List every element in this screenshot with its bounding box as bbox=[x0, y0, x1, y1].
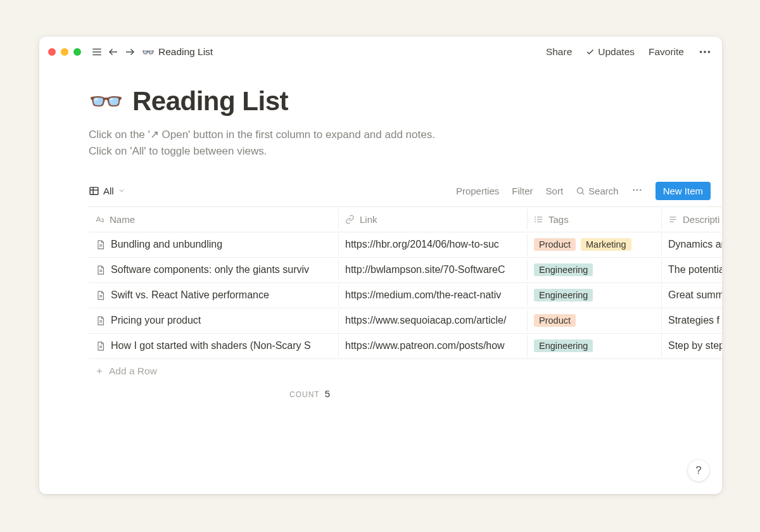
cell-description[interactable]: Great summ bbox=[662, 284, 722, 306]
minimize-window-button[interactable] bbox=[61, 48, 68, 56]
help-button[interactable]: ? bbox=[688, 460, 709, 481]
app-window: 👓 Reading List Share Updates Favorite 👓 … bbox=[39, 37, 722, 494]
cell-tags[interactable]: ProductMarketing bbox=[528, 233, 662, 256]
cell-link[interactable]: https://medium.com/the-react-nativ bbox=[339, 284, 528, 306]
paragraph-icon bbox=[668, 215, 678, 224]
properties-button[interactable]: Properties bbox=[456, 186, 499, 196]
svg-point-21 bbox=[535, 222, 536, 222]
add-row-button[interactable]: Add a Row bbox=[89, 359, 722, 383]
tag-chip: Marketing bbox=[581, 238, 631, 251]
cell-tags[interactable]: Engineering bbox=[528, 284, 662, 307]
window-controls bbox=[48, 48, 81, 56]
cell-tags[interactable]: Engineering bbox=[528, 334, 662, 357]
filter-button[interactable]: Filter bbox=[512, 186, 533, 196]
tag-chip: Engineering bbox=[534, 339, 593, 352]
updates-button[interactable]: Updates bbox=[586, 46, 635, 58]
row-title: Swift vs. React Native performance bbox=[111, 289, 269, 301]
column-header-tags[interactable]: Tags bbox=[528, 209, 662, 230]
plus-icon bbox=[95, 367, 104, 376]
favorite-button[interactable]: Favorite bbox=[649, 46, 684, 58]
column-header-link[interactable]: Link bbox=[339, 209, 528, 230]
page-icon bbox=[95, 341, 106, 352]
sidebar-toggle-button[interactable] bbox=[89, 44, 105, 60]
page-icon bbox=[95, 315, 106, 326]
view-switcher[interactable]: All bbox=[89, 186, 125, 196]
svg-point-19 bbox=[535, 217, 536, 217]
svg-point-15 bbox=[640, 189, 642, 191]
table-row[interactable]: Swift vs. React Native performancehttps:… bbox=[89, 283, 722, 308]
tag-chip: Product bbox=[534, 238, 576, 251]
page-header: 👓 Reading List bbox=[89, 86, 722, 117]
close-window-button[interactable] bbox=[48, 48, 56, 56]
new-item-button[interactable]: New Item bbox=[656, 182, 711, 200]
page-title[interactable]: Reading List bbox=[132, 86, 288, 117]
svg-point-6 bbox=[704, 51, 706, 53]
nav-forward-button[interactable] bbox=[122, 44, 138, 60]
page-icon bbox=[95, 265, 106, 276]
cell-description[interactable]: Dynamics ar bbox=[662, 234, 722, 255]
cell-name[interactable]: Software components: only the giants sur… bbox=[89, 259, 339, 281]
arrow-left-icon bbox=[108, 46, 119, 58]
tag-chip: Engineering bbox=[534, 263, 593, 276]
nav-back-button[interactable] bbox=[105, 44, 122, 60]
table-row[interactable]: Software components: only the giants sur… bbox=[89, 258, 722, 283]
sort-button[interactable]: Sort bbox=[546, 186, 564, 196]
more-menu-button[interactable] bbox=[698, 45, 712, 59]
topbar: 👓 Reading List Share Updates Favorite bbox=[39, 37, 722, 67]
cell-name[interactable]: Pricing your product bbox=[89, 310, 339, 331]
table-footer: COUNT 5 bbox=[89, 383, 722, 399]
page-description[interactable]: Click on the '↗ Open' button in the firs… bbox=[89, 127, 659, 160]
hamburger-icon bbox=[91, 46, 103, 58]
table-icon bbox=[89, 186, 99, 196]
cell-tags[interactable]: Engineering bbox=[528, 258, 662, 281]
search-button[interactable]: Search bbox=[576, 186, 619, 196]
maximize-window-button[interactable] bbox=[73, 48, 81, 56]
cell-link[interactable]: https://www.patreon.com/posts/how bbox=[339, 335, 528, 357]
column-header-description[interactable]: Descripti bbox=[662, 209, 722, 230]
check-icon bbox=[586, 48, 595, 56]
count-aggregate[interactable]: COUNT 5 bbox=[89, 388, 339, 399]
arrow-right-icon bbox=[124, 46, 136, 58]
share-button[interactable]: Share bbox=[546, 46, 572, 58]
svg-point-7 bbox=[708, 51, 711, 53]
column-header-name[interactable]: Name bbox=[89, 209, 339, 230]
topbar-actions: Share Updates Favorite bbox=[546, 45, 712, 59]
cell-name[interactable]: Swift vs. React Native performance bbox=[89, 284, 339, 306]
svg-line-12 bbox=[583, 193, 585, 194]
table-row[interactable]: Pricing your producthttps://www.sequoiac… bbox=[89, 308, 722, 334]
cell-name[interactable]: How I got started with shaders (Non-Scar… bbox=[89, 335, 339, 357]
svg-point-14 bbox=[636, 189, 638, 191]
list-icon bbox=[534, 215, 543, 224]
page-content: 👓 Reading List Click on the '↗ Open' but… bbox=[39, 67, 722, 399]
row-title: How I got started with shaders (Non-Scar… bbox=[111, 340, 311, 352]
tag-chip: Product bbox=[534, 314, 576, 327]
breadcrumb[interactable]: 👓 Reading List bbox=[142, 46, 213, 58]
table-row[interactable]: How I got started with shaders (Non-Scar… bbox=[89, 334, 722, 359]
page-icon bbox=[95, 239, 106, 250]
cell-link[interactable]: https://www.sequoiacap.com/article/ bbox=[339, 310, 528, 331]
database-table: Name Link Tags Descripti Bundling and un… bbox=[89, 206, 722, 399]
database-more-button[interactable] bbox=[631, 184, 643, 198]
row-title: Software components: only the giants sur… bbox=[111, 264, 309, 276]
cell-tags[interactable]: Product bbox=[528, 309, 662, 332]
dots-horizontal-icon bbox=[698, 45, 712, 59]
cell-link[interactable]: http://bwlampson.site/70-SoftwareC bbox=[339, 259, 528, 281]
svg-point-5 bbox=[700, 51, 702, 53]
link-icon bbox=[345, 215, 355, 224]
question-mark-icon: ? bbox=[695, 464, 701, 477]
breadcrumb-title: Reading List bbox=[158, 46, 213, 58]
row-title: Pricing your product bbox=[111, 315, 201, 326]
row-title: Bundling and unbundling bbox=[111, 239, 222, 250]
search-icon bbox=[576, 186, 585, 196]
chevron-down-icon bbox=[118, 187, 125, 194]
page-icon[interactable]: 👓 bbox=[89, 87, 124, 115]
table-row[interactable]: Bundling and unbundlinghttps://hbr.org/2… bbox=[89, 232, 722, 258]
svg-rect-8 bbox=[90, 187, 98, 194]
svg-point-13 bbox=[633, 189, 635, 191]
cell-description[interactable]: Strategies f bbox=[662, 310, 722, 331]
cell-description[interactable]: The potentia bbox=[662, 259, 722, 281]
cell-description[interactable]: Step by step bbox=[662, 335, 722, 357]
cell-name[interactable]: Bundling and unbundling bbox=[89, 234, 339, 255]
svg-point-20 bbox=[535, 219, 536, 220]
cell-link[interactable]: https://hbr.org/2014/06/how-to-suc bbox=[339, 234, 528, 255]
